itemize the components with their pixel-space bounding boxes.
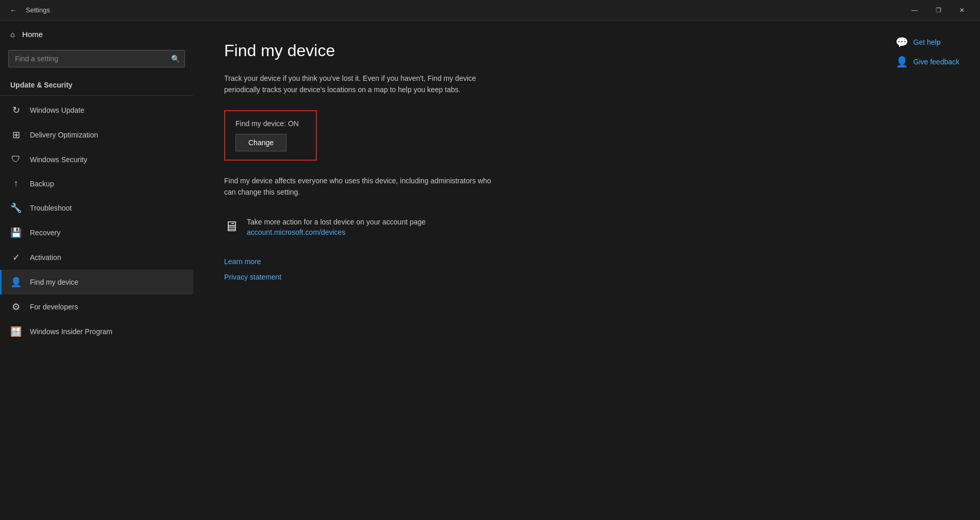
- sidebar-section-title: Update & Security: [0, 76, 193, 93]
- sidebar-item-windows-update[interactable]: ↻ Windows Update: [0, 98, 193, 123]
- get-help-icon: 💬: [895, 36, 908, 48]
- sidebar-item-find-my-device[interactable]: 👤 Find my device: [0, 270, 193, 294]
- sidebar-item-home[interactable]: ⌂ Home: [0, 21, 193, 48]
- sidebar-item-delivery-optimization[interactable]: ⊞ Delivery Optimization: [0, 123, 193, 147]
- windows-insider-icon: 🪟: [10, 326, 22, 337]
- activation-icon: ✓: [10, 252, 22, 263]
- account-link[interactable]: account.microsoft.com/devices: [247, 228, 345, 236]
- account-action-section: 🖥 Take more action for a lost device on …: [224, 217, 949, 237]
- recovery-icon: 💾: [10, 227, 22, 238]
- page-title: Find my device: [224, 41, 949, 60]
- sidebar-item-label: Recovery: [30, 229, 60, 237]
- sidebar-item-label: Find my device: [30, 278, 78, 286]
- sidebar-item-windows-insider[interactable]: 🪟 Windows Insider Program: [0, 319, 193, 344]
- device-status-text: Find my device: ON: [235, 119, 306, 128]
- affect-text: Find my device affects everyone who uses…: [224, 175, 492, 198]
- get-help-link[interactable]: 💬 Get help: [895, 36, 960, 48]
- sidebar-item-label: Activation: [30, 253, 61, 262]
- give-feedback-icon: 👤: [895, 56, 908, 68]
- account-action-label: Take more action for a lost device on yo…: [247, 217, 426, 228]
- home-icon: ⌂: [10, 30, 15, 39]
- sidebar-home-label: Home: [22, 30, 43, 39]
- account-action-content: Take more action for a lost device on yo…: [247, 217, 426, 237]
- close-button[interactable]: ✕: [950, 0, 974, 21]
- sidebar-item-backup[interactable]: ↑ Backup: [0, 171, 193, 196]
- window-controls: — ❐ ✕: [903, 0, 974, 21]
- sidebar-divider: [0, 95, 193, 96]
- sidebar-item-activation[interactable]: ✓ Activation: [0, 245, 193, 270]
- sidebar-item-for-developers[interactable]: ⚙ For developers: [0, 294, 193, 319]
- bottom-links: Learn more Privacy statement: [224, 257, 949, 281]
- privacy-statement-link[interactable]: Privacy statement: [224, 273, 949, 281]
- device-action-icon: 🖥: [224, 218, 239, 235]
- titlebar-title: Settings: [26, 6, 50, 14]
- minimize-button[interactable]: —: [903, 0, 926, 21]
- sidebar-item-label: Troubleshoot: [30, 204, 72, 212]
- give-feedback-link[interactable]: 👤 Give feedback: [895, 56, 960, 68]
- sidebar-item-label: For developers: [30, 303, 78, 311]
- for-developers-icon: ⚙: [10, 301, 22, 313]
- windows-update-icon: ↻: [10, 105, 22, 116]
- sidebar-item-label: Windows Security: [30, 155, 87, 164]
- content-area: 💬 Get help 👤 Give feedback Find my devic…: [193, 21, 980, 520]
- back-button[interactable]: ←: [6, 3, 21, 18]
- sidebar-item-label: Windows Update: [30, 106, 85, 114]
- help-panel: 💬 Get help 👤 Give feedback: [895, 36, 960, 68]
- search-box: 🔍: [8, 50, 185, 67]
- change-button[interactable]: Change: [235, 134, 286, 151]
- sidebar-item-label: Windows Insider Program: [30, 327, 112, 336]
- titlebar: ← Settings — ❐ ✕: [0, 0, 980, 21]
- windows-security-icon: 🛡: [10, 154, 22, 165]
- sidebar-item-troubleshoot[interactable]: 🔧 Troubleshoot: [0, 196, 193, 220]
- find-my-device-icon: 👤: [10, 276, 22, 288]
- search-input[interactable]: [8, 50, 185, 67]
- troubleshoot-icon: 🔧: [10, 202, 22, 214]
- restore-button[interactable]: ❐: [926, 0, 950, 21]
- give-feedback-label: Give feedback: [914, 58, 960, 66]
- learn-more-link[interactable]: Learn more: [224, 257, 949, 266]
- sidebar: ⌂ Home 🔍 Update & Security ↻ Windows Upd…: [0, 21, 193, 520]
- page-description: Track your device if you think you've lo…: [224, 73, 513, 96]
- delivery-optimization-icon: ⊞: [10, 129, 22, 141]
- backup-icon: ↑: [10, 178, 22, 189]
- sidebar-item-recovery[interactable]: 💾 Recovery: [0, 220, 193, 245]
- sidebar-item-label: Backup: [30, 180, 54, 188]
- sidebar-item-label: Delivery Optimization: [30, 131, 98, 139]
- sidebar-item-windows-security[interactable]: 🛡 Windows Security: [0, 147, 193, 171]
- get-help-label: Get help: [914, 38, 941, 46]
- search-icon: 🔍: [171, 55, 180, 63]
- main-layout: ⌂ Home 🔍 Update & Security ↻ Windows Upd…: [0, 21, 980, 520]
- device-status-box: Find my device: ON Change: [224, 110, 317, 161]
